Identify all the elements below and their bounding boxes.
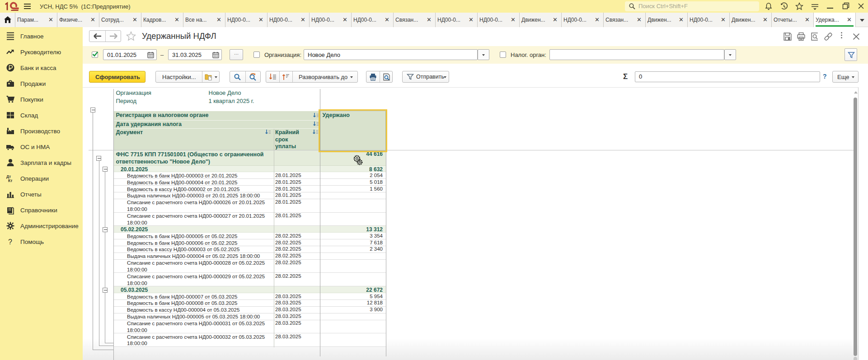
svg-text:Кт: Кт	[8, 178, 12, 183]
svg-text:?: ?	[8, 238, 12, 246]
